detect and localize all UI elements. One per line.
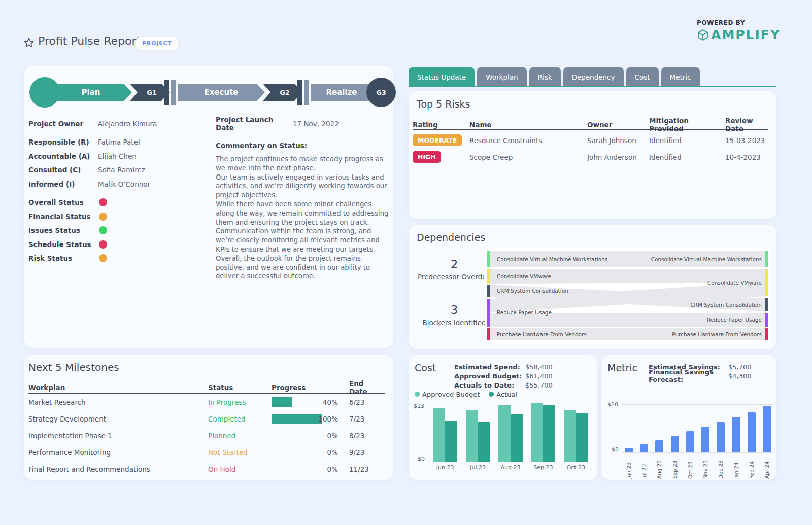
metric-card: Metric Estimated Savings:$5,700Financial…	[601, 355, 776, 480]
launch-date-row: Project Launch Date 17 Nov, 2022	[216, 117, 390, 130]
blockers-identified-stat: 3 Blockers Identified	[414, 303, 495, 327]
tab-status-update[interactable]: Status Update	[409, 67, 475, 86]
risk-owner: John Anderson	[587, 153, 649, 161]
stat-value: $55,700	[525, 381, 553, 389]
metric-bars	[640, 402, 648, 452]
milestone-workplan: Performance Monitoring	[28, 448, 208, 457]
cost-bars	[564, 401, 588, 462]
status-dot	[99, 226, 107, 234]
stat-label: Financial Savings Forecast:	[649, 368, 728, 383]
x-axis-label: Oct 23	[687, 456, 693, 479]
cost-bar-group: Oct 23	[564, 401, 588, 471]
risks-header-cell: Owner	[587, 121, 649, 129]
milestone-row: Market ResearchIn Progress40%6/23	[28, 394, 385, 410]
metric-bar-column: Dec 23	[717, 402, 725, 479]
y-axis-label-top: $13	[414, 403, 424, 409]
risk-name: Resource Constraints	[469, 136, 587, 145]
sankey-node-label: Consolidate VMware	[707, 279, 762, 286]
milestone-row: Performance MonitoringNot Started0%9/23	[28, 444, 385, 461]
metric-bar-column: Nov 23	[701, 402, 709, 479]
phase-gate-bar: Plan G1 Execute G2 Realize G3	[29, 72, 390, 113]
milestone-progress-pct: 40%	[323, 398, 338, 406]
cost-card: Cost Estimated Spend:$58,400Approved Bud…	[409, 355, 597, 480]
metric-bar-column: Apr 24	[763, 402, 771, 479]
metric-plot-area: Jun 23Jul 23Aug 23Sep 23Oct 23Nov 23Dec …	[625, 402, 771, 479]
sankey-node-label: Consolidate Virtual Machine Workstations	[497, 256, 607, 262]
tab-cost[interactable]: Cost	[626, 67, 659, 86]
metric-bar	[732, 417, 740, 452]
status-dot	[99, 254, 107, 262]
detail-value: Fatima Patel	[98, 138, 140, 146]
sankey-node	[487, 251, 490, 267]
dependency-sankey-chart: Consolidate Virtual Machine Workstations…	[485, 248, 770, 344]
milestone-end-date: 7/23	[345, 415, 383, 423]
phase-realize: Realize	[311, 84, 373, 101]
milestones-header-cell: Progress	[272, 383, 345, 392]
milestones-header-cell: Status	[208, 383, 272, 392]
stat-label: Approved Budget:	[454, 372, 525, 380]
status-label: Financial Status	[28, 213, 98, 221]
risk-owner: Sarah Johnson	[587, 136, 649, 145]
risk-mitigation: Identified	[649, 136, 725, 145]
sankey-node	[765, 298, 768, 311]
cost-bar	[543, 405, 555, 462]
status-label: Issues Status	[28, 226, 98, 234]
dependencies-card: Dependencies 2 Predecessor Overdue 3 Blo…	[409, 225, 776, 349]
sankey-node-label: Reduce Paper Usage	[707, 317, 762, 323]
commentary-column: Project Launch Date 17 Nov, 2022 Comment…	[216, 117, 390, 281]
tab-workplan[interactable]: Workplan	[477, 67, 526, 86]
risk-rating-badge: MODERATE	[413, 134, 462, 146]
cost-bar	[531, 403, 543, 462]
risk-review-date: 15-03-2023	[725, 136, 768, 145]
phase-plan: Plan	[50, 84, 132, 101]
powered-by-label: POWERED BY	[697, 19, 781, 26]
metric-bars	[686, 402, 694, 452]
x-axis-label: Sep 23	[672, 456, 678, 479]
metric-bar-column: Feb 24	[748, 402, 756, 479]
metric-bars	[701, 402, 709, 452]
favorite-star-icon[interactable]	[23, 37, 35, 48]
milestone-workplan: Market Research	[28, 398, 208, 406]
cost-bar-group: Aug 23	[498, 401, 523, 471]
brand-name: AMPLIFY	[711, 27, 781, 42]
x-axis-label: Aug 23	[656, 456, 662, 479]
tabs-underline	[409, 86, 776, 87]
milestones-card: Next 5 Milestones WorkplanStatusProgress…	[24, 355, 393, 480]
milestone-progress-bar	[272, 397, 292, 407]
top-risks-card: Top 5 Risks RatingNameOwnerMitigation Pr…	[409, 91, 776, 219]
tab-metric[interactable]: Metric	[661, 67, 700, 86]
metric-bars	[717, 402, 725, 452]
predecessor-overdue-stat: 2 Predecessor Overdue	[414, 258, 495, 281]
y-axis-label-bottom: $0	[612, 446, 619, 453]
milestone-progress-pct: 0%	[327, 465, 338, 473]
risks-table-body: MODERATEResource ConstraintsSarah Johnso…	[413, 132, 768, 165]
sankey-node-label: Purchase Hardware From Vendors	[672, 331, 762, 337]
metric-bar-column: Jan 24	[732, 402, 740, 479]
cost-bar	[498, 405, 511, 462]
x-axis-label: Aug 23	[500, 464, 520, 471]
milestone-status: Planned	[208, 432, 272, 440]
milestone-workplan: Strategy Development	[28, 415, 208, 423]
legend-dot	[489, 392, 494, 397]
dependencies-title: Dependencies	[417, 232, 485, 243]
tab-dependency[interactable]: Dependency	[563, 67, 624, 86]
cost-bar	[564, 410, 576, 462]
risk-row: HIGHScope CreepJohn AndersonIdentified10…	[413, 149, 768, 165]
risks-header-cell: Rating	[413, 121, 469, 129]
stat-value: 3	[414, 303, 495, 317]
metric-bar	[701, 427, 709, 452]
report-tabs: Status UpdateWorkplanRiskDependencyCostM…	[409, 67, 700, 86]
milestone-row: Strategy DevelopmentCompleted100%7/23	[28, 410, 385, 427]
stat-row: Estimated Spend:$58,400	[454, 362, 553, 371]
risk-rating-cell: HIGH	[413, 151, 469, 163]
metric-bar	[717, 422, 725, 452]
metric-bars	[625, 402, 633, 452]
gate-bar-icon	[304, 80, 309, 105]
milestone-progress-cell: 0%	[272, 427, 345, 444]
x-axis-label: Oct 23	[566, 464, 585, 471]
y-axis-label-bottom: $0	[418, 456, 425, 462]
gate-bar-icon	[171, 80, 176, 105]
milestone-progress-cell: 40%	[272, 394, 345, 410]
tab-risk[interactable]: Risk	[529, 67, 561, 86]
cost-bar	[433, 408, 445, 462]
